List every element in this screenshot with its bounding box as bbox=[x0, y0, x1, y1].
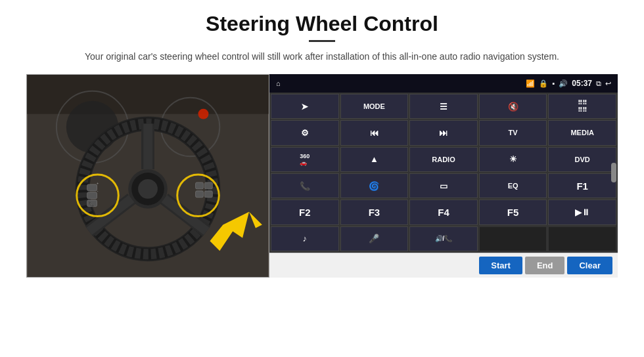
btn-brightness[interactable]: ☀ bbox=[479, 147, 547, 172]
btn-f2[interactable]: F2 bbox=[271, 200, 339, 224]
btn-f3[interactable]: F3 bbox=[340, 200, 409, 224]
page-container: Steering Wheel Control Your original car… bbox=[0, 0, 644, 357]
btn-list[interactable]: ☰ bbox=[409, 94, 478, 119]
device-panel: ⌂ 📶 🔒 ▪ 🔊 05:37 ⧉ ↩ ➤ MODE ☰ bbox=[269, 74, 618, 278]
sd-icon: ▪ bbox=[552, 79, 555, 87]
btn-eq[interactable]: EQ bbox=[479, 173, 547, 198]
btn-gps[interactable]: 🌀 bbox=[340, 173, 409, 198]
steering-wheel-image: 📞 + - bbox=[26, 74, 269, 278]
svg-point-5 bbox=[198, 109, 209, 119]
btn-mode[interactable]: MODE bbox=[340, 94, 409, 119]
btn-tv[interactable]: TV bbox=[479, 120, 547, 145]
svg-rect-29 bbox=[204, 191, 212, 198]
btn-phone[interactable]: 📞 bbox=[271, 173, 339, 198]
back-icon: ↩ bbox=[605, 79, 611, 88]
btn-media[interactable]: MEDIA bbox=[548, 120, 616, 145]
svg-text:-: - bbox=[97, 189, 99, 193]
screen-icon: ⧉ bbox=[596, 79, 601, 88]
button-grid: ➤ MODE ☰ 🔇 ⠿⠿⠿⠿ ⚙ ⏮ ⏭ TV MEDIA 360🚗 ▲ RA… bbox=[269, 93, 618, 253]
btn-f1[interactable]: F1 bbox=[548, 173, 616, 198]
start-button[interactable]: Start bbox=[479, 257, 522, 274]
btn-f4[interactable]: F4 bbox=[409, 200, 478, 224]
title-divider bbox=[309, 40, 335, 42]
btn-radio[interactable]: RADIO bbox=[409, 147, 478, 172]
home-icon[interactable]: ⌂ bbox=[276, 79, 281, 87]
wifi-icon: 📶 bbox=[526, 79, 535, 88]
btn-f5[interactable]: F5 bbox=[479, 200, 547, 224]
svg-rect-19 bbox=[87, 184, 97, 191]
btn-eject[interactable]: ▲ bbox=[340, 147, 409, 172]
svg-rect-20 bbox=[87, 192, 97, 199]
btn-mute[interactable]: 🔇 bbox=[479, 94, 547, 119]
svg-text:📞: 📞 bbox=[89, 201, 95, 207]
svg-rect-26 bbox=[196, 182, 204, 189]
svg-point-11 bbox=[138, 179, 158, 199]
status-left: ⌂ bbox=[276, 79, 281, 87]
svg-rect-28 bbox=[196, 191, 204, 198]
btn-empty-1 bbox=[479, 226, 547, 251]
scrollbar-thumb[interactable] bbox=[611, 163, 616, 182]
content-row: 📞 + - ⌂ bbox=[26, 74, 618, 278]
page-title: Steering Wheel Control bbox=[206, 12, 438, 36]
btn-camera[interactable]: 360🚗 bbox=[271, 147, 339, 172]
status-bar: ⌂ 📶 🔒 ▪ 🔊 05:37 ⧉ ↩ bbox=[269, 74, 618, 93]
svg-text:+: + bbox=[97, 181, 99, 185]
btn-music[interactable]: ♪ bbox=[271, 226, 339, 251]
btn-settings[interactable]: ⚙ bbox=[271, 120, 339, 145]
btn-vol-phone[interactable]: 🔊/📞 bbox=[409, 226, 478, 251]
lock-icon: 🔒 bbox=[539, 79, 548, 88]
svg-rect-27 bbox=[204, 182, 212, 189]
btn-screen[interactable]: ▭ bbox=[409, 173, 478, 198]
bottom-bar: Start End Clear bbox=[269, 253, 618, 278]
btn-empty-2 bbox=[548, 226, 616, 251]
status-right: 📶 🔒 ▪ 🔊 05:37 ⧉ ↩ bbox=[526, 79, 611, 88]
svg-rect-1 bbox=[27, 75, 269, 114]
status-time: 05:37 bbox=[572, 79, 592, 88]
bt-icon: 🔊 bbox=[559, 79, 568, 88]
btn-play-pause[interactable]: ▶⏸ bbox=[548, 200, 616, 224]
btn-nav[interactable]: ➤ bbox=[271, 94, 339, 119]
btn-apps[interactable]: ⠿⠿⠿⠿ bbox=[548, 94, 616, 119]
btn-dvd[interactable]: DVD bbox=[548, 147, 616, 172]
page-subtitle: Your original car's steering wheel contr… bbox=[85, 50, 559, 64]
btn-next[interactable]: ⏭ bbox=[409, 120, 478, 145]
btn-mic[interactable]: 🎤 bbox=[340, 226, 409, 251]
clear-button[interactable]: Clear bbox=[567, 257, 612, 274]
btn-prev[interactable]: ⏮ bbox=[340, 120, 409, 145]
end-button[interactable]: End bbox=[525, 257, 565, 274]
grid-wrapper: ➤ MODE ☰ 🔇 ⠿⠿⠿⠿ ⚙ ⏮ ⏭ TV MEDIA 360🚗 ▲ RA… bbox=[269, 93, 618, 253]
